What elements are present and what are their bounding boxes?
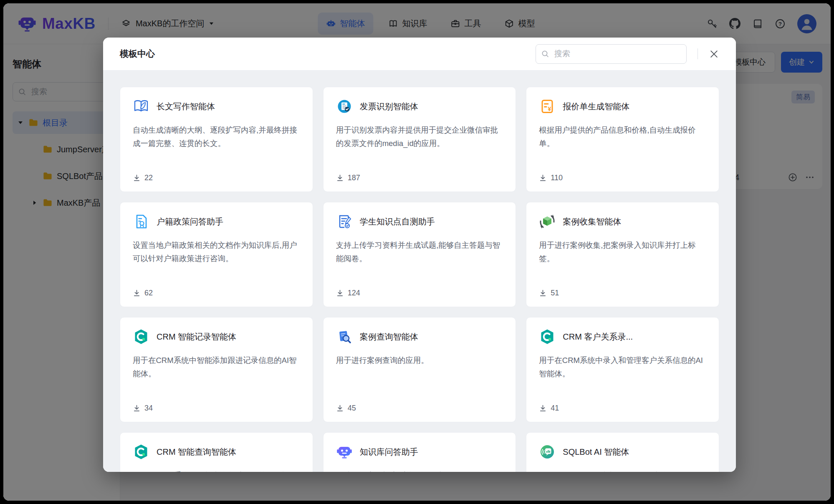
template-card-title: 发票识别智能体 [360, 101, 418, 112]
case-collect-icon [539, 213, 556, 230]
download-count: 124 [336, 289, 503, 297]
download-count: 41 [539, 404, 706, 413]
modal-title: 模板中心 [120, 48, 155, 60]
template-card[interactable]: 长文写作智能体 自动生成清晰的大纲、逐段扩写内容,并最终拼接成一篇完整、连贯的长… [120, 87, 313, 192]
case-query-icon [336, 328, 353, 345]
download-count: 62 [133, 289, 300, 297]
template-card-description: 用于在CRM系统中智能添加跟进记录信息的AI智能体。 [133, 354, 300, 381]
download-icon [133, 289, 141, 297]
policy-doc-icon [133, 213, 149, 230]
template-card[interactable]: CRM 客户关系录... 用于在CRM系统中录入和管理客户关系信息的AI智能体。… [526, 317, 719, 422]
download-count: 51 [539, 289, 706, 297]
download-icon [539, 174, 547, 182]
download-icon [539, 404, 547, 412]
kb-robot-icon [336, 444, 353, 460]
template-card-title: 知识库问答助手 [360, 446, 418, 458]
template-grid: 长文写作智能体 自动生成清晰的大纲、逐段扩写内容,并最终拼接成一篇完整、连贯的长… [103, 70, 736, 472]
template-card-description: 用于在CRM系统中录入和管理客户关系信息的AI智能体。 [539, 354, 706, 381]
template-card-description: 用于在MaxKB中智能调用SQLBot查询数据 [539, 469, 706, 472]
template-card[interactable]: CRM 智能查询智能体 用于在CRM系统中智能查询各种信息的AI智能体。 [120, 432, 313, 472]
crm-icon [539, 328, 556, 345]
download-count: 34 [133, 404, 300, 413]
template-card-title: 案例收集智能体 [563, 216, 621, 227]
template-card-description: 用于进行案例收集,把案例录入知识库并打上标签。 [539, 239, 706, 265]
modal-search-input[interactable] [536, 44, 687, 64]
download-count: 110 [539, 174, 706, 182]
template-card-title: CRM 智能记录智能体 [157, 331, 236, 343]
close-icon[interactable] [709, 49, 719, 59]
template-card-title: 户籍政策问答助手 [157, 216, 223, 227]
modal-header: 模板中心 [103, 38, 736, 70]
template-card-description: 用于在CRM系统中智能查询各种信息的AI智能体。 [133, 469, 300, 472]
download-count: 45 [336, 404, 503, 413]
download-icon [336, 404, 344, 412]
template-card-description: 自动生成清晰的大纲、逐段扩写内容,并最终拼接成一篇完整、连贯的长文。 [133, 123, 300, 150]
template-card-title: CRM 客户关系录... [563, 331, 633, 343]
template-card-description: 用于识别发票内容并提供用于提交企业微信审批的发票文件的media_id的应用。 [336, 123, 503, 150]
download-icon [336, 289, 344, 297]
download-icon [133, 404, 141, 412]
template-card[interactable]: ¥ 报价单生成智能体 根据用户提供的产品信息和价格,自动生成报价单。 110 [526, 87, 719, 192]
template-card-description: 用于进行案例查询的应用。 [336, 354, 503, 367]
template-card[interactable]: 学生知识点自测助手 支持上传学习资料并生成试题,能够自主答题与智能阅卷。 124 [323, 202, 516, 307]
template-card-description: 设置当地户籍政策相关的文档作为知识库后,用户可以针对户籍政策进行咨询。 [133, 239, 300, 265]
download-count: 22 [133, 174, 300, 182]
crm-icon [133, 444, 149, 460]
template-card[interactable]: 发票识别智能体 用于识别发票内容并提供用于提交企业微信审批的发票文件的media… [323, 87, 516, 192]
template-center-modal: 模板中心 长文写作智能 [103, 38, 736, 472]
crm-icon [133, 328, 149, 345]
template-card-title: 报价单生成智能体 [563, 101, 629, 112]
download-icon [133, 174, 141, 182]
app-window: MaxKB MaxKB的工作空间 [3, 3, 831, 501]
download-count: 187 [336, 174, 503, 182]
template-card[interactable]: SQLBot AI 智能体 用于在MaxKB中智能调用SQLBot查询数据 [526, 432, 719, 472]
template-card-description: 根据用户提供的产品信息和价格,自动生成报价单。 [539, 123, 706, 150]
template-card[interactable]: 知识库问答助手 将从知识库中检索到的知识作为已知信息 [323, 432, 516, 472]
search-icon [541, 50, 549, 58]
download-icon [336, 174, 344, 182]
template-card[interactable]: 户籍政策问答助手 设置当地户籍政策相关的文档作为知识库后,用户可以针对户籍政策进… [120, 202, 313, 307]
header-divider [698, 48, 698, 59]
quiz-doc-icon [336, 213, 353, 230]
template-card[interactable]: CRM 智能记录智能体 用于在CRM系统中智能添加跟进记录信息的AI智能体。 3… [120, 317, 313, 422]
invoice-icon [336, 98, 353, 115]
svg-text:¥: ¥ [548, 106, 551, 112]
template-card[interactable]: 案例查询智能体 用于进行案例查询的应用。 45 [323, 317, 516, 422]
sqlbot-icon [539, 444, 556, 460]
quotation-icon: ¥ [539, 98, 556, 115]
template-card-title: 长文写作智能体 [157, 101, 215, 112]
writing-book-icon [133, 98, 149, 115]
download-icon [539, 289, 547, 297]
screen: MaxKB MaxKB的工作空间 [0, 0, 834, 504]
template-card-description: 支持上传学习资料并生成试题,能够自主答题与智能阅卷。 [336, 239, 503, 265]
template-card[interactable]: 案例收集智能体 用于进行案例收集,把案例录入知识库并打上标签。 51 [526, 202, 719, 307]
template-card-title: SQLBot AI 智能体 [563, 446, 629, 458]
template-card-title: 学生知识点自测助手 [360, 216, 435, 227]
template-card-title: CRM 智能查询智能体 [157, 446, 236, 458]
modal-search [536, 44, 687, 64]
template-card-title: 案例查询智能体 [360, 331, 418, 343]
template-card-description: 将从知识库中检索到的知识作为已知信息 [336, 469, 503, 472]
